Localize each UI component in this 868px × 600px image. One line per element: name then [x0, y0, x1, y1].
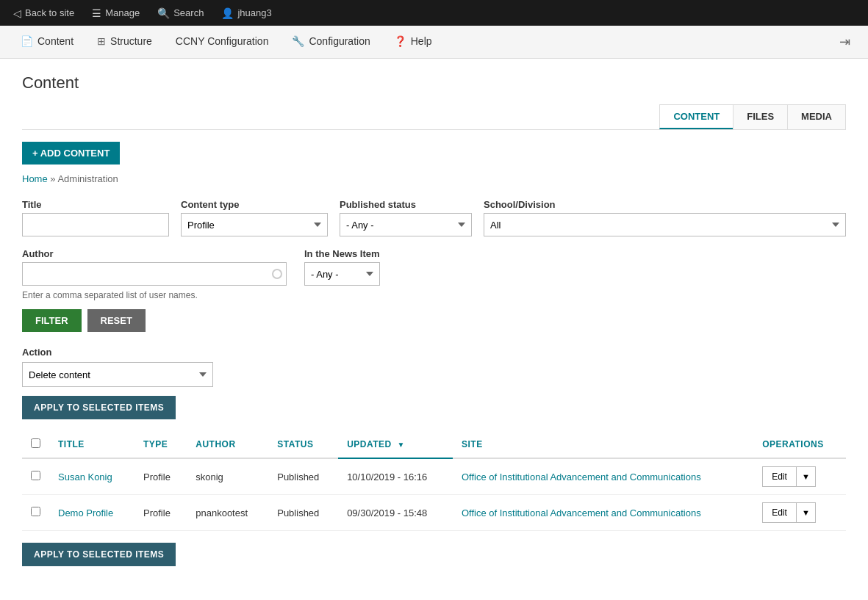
content-table: TITLE TYPE AUTHOR STATUS UPDATED ▼ SITE … — [22, 431, 846, 531]
content-type-select[interactable]: Profile - Any - Article Page — [181, 213, 328, 236]
action-section: Action Delete content Publish content Un… — [22, 347, 846, 387]
reset-button[interactable]: RESET — [87, 309, 146, 332]
row-checkbox[interactable] — [31, 471, 40, 480]
apply-top-button[interactable]: APPLY TO SELECTED ITEMS — [22, 396, 176, 419]
th-checkbox — [22, 431, 49, 458]
title-label: Title — [22, 199, 169, 210]
content-type-label: Content type — [181, 199, 328, 210]
breadcrumb-admin: Administration — [57, 173, 118, 184]
title-filter-group: Title — [22, 199, 169, 236]
add-content-button[interactable]: + ADD CONTENT — [22, 142, 120, 165]
th-status[interactable]: STATUS — [268, 431, 338, 458]
nav-ccny-config[interactable]: CCNY Configuration — [164, 26, 281, 58]
page-title: Content — [22, 73, 846, 93]
in-news-filter-group: In the News Item - Any - Yes No — [304, 248, 380, 286]
search-icon: 🔍 — [157, 7, 170, 19]
action-select-wrap: Delete content Publish content Unpublish… — [22, 362, 213, 387]
author-input-wrap — [22, 262, 287, 286]
navigation-bar: 📄 Content ⊞ Structure CCNY Configuration… — [0, 26, 868, 59]
row-status: Published — [277, 507, 319, 518]
edit-btn-wrap: Edit ▼ — [762, 502, 837, 523]
author-input[interactable] — [22, 262, 287, 286]
row-site-link[interactable]: Office of Institutional Advancement and … — [462, 507, 701, 518]
select-all-checkbox[interactable] — [31, 438, 40, 448]
row-checkbox[interactable] — [31, 507, 40, 516]
row-type: Profile — [143, 471, 171, 482]
user-link[interactable]: 👤 jhuang3 — [214, 0, 279, 26]
th-author[interactable]: AUTHOR — [187, 431, 268, 458]
tab-content[interactable]: CONTENT — [659, 104, 734, 129]
filter-actions: FILTER RESET — [22, 309, 846, 332]
school-division-label: School/Division — [484, 199, 846, 210]
nav-configuration[interactable]: 🔧 Configuration — [280, 26, 381, 58]
th-operations: OPERATIONS — [753, 431, 846, 458]
published-status-filter-group: Published status - Any - Published Unpub… — [340, 199, 472, 236]
author-filter-group: Author Enter a comma separated list of u… — [22, 248, 287, 300]
arrow-left-icon: ◁ — [13, 7, 21, 19]
row-site-link[interactable]: Office of Institutional Advancement and … — [462, 471, 701, 482]
sort-icon: ▼ — [398, 441, 405, 449]
edit-btn-wrap: Edit ▼ — [762, 466, 837, 487]
menu-icon: ☰ — [92, 7, 101, 19]
in-news-label: In the News Item — [304, 248, 380, 259]
th-site[interactable]: SITE — [453, 431, 753, 458]
th-updated[interactable]: UPDATED ▼ — [338, 431, 453, 458]
tab-files[interactable]: FILES — [733, 104, 788, 129]
row-title-link[interactable]: Susan Konig — [58, 471, 112, 482]
nav-structure[interactable]: ⊞ Structure — [85, 26, 164, 58]
row-status-cell: Published — [268, 495, 338, 531]
published-status-label: Published status — [340, 199, 472, 210]
row-title-cell: Susan Konig — [49, 458, 134, 495]
edit-dropdown-button[interactable]: ▼ — [797, 502, 816, 523]
user-icon: 👤 — [221, 7, 234, 19]
breadcrumb-home[interactable]: Home — [22, 173, 48, 184]
row-checkbox-cell — [22, 495, 49, 531]
nav-content[interactable]: 📄 Content — [9, 26, 85, 58]
filter-row-2: Author Enter a comma separated list of u… — [22, 248, 846, 300]
row-updated: 09/30/2019 - 15:48 — [347, 507, 427, 518]
filter-row-1: Title Content type Profile - Any - Artic… — [22, 199, 846, 236]
wrench-icon: 🔧 — [292, 35, 304, 47]
title-input[interactable] — [22, 213, 169, 236]
row-type-cell: Profile — [134, 495, 187, 531]
tab-media[interactable]: MEDIA — [787, 104, 846, 129]
th-type[interactable]: TYPE — [134, 431, 187, 458]
row-operations-cell: Edit ▼ — [753, 495, 846, 531]
th-title[interactable]: TITLE — [49, 431, 134, 458]
row-updated-cell: 10/10/2019 - 16:16 — [338, 458, 453, 495]
search-link[interactable]: 🔍 Search — [150, 0, 211, 26]
in-news-select[interactable]: - Any - Yes No — [304, 262, 380, 286]
published-status-select[interactable]: - Any - Published Unpublished — [340, 213, 472, 236]
row-operations-cell: Edit ▼ — [753, 458, 846, 495]
row-title-link[interactable]: Demo Profile — [58, 507, 113, 518]
author-spinner-icon — [272, 269, 282, 279]
row-status-cell: Published — [268, 458, 338, 495]
row-site-cell: Office of Institutional Advancement and … — [453, 458, 753, 495]
row-status: Published — [277, 471, 319, 482]
row-site-cell: Office of Institutional Advancement and … — [453, 495, 753, 531]
nav-collapse-button[interactable]: ⇥ — [831, 34, 859, 50]
structure-icon: ⊞ — [97, 35, 106, 47]
author-label: Author — [22, 248, 287, 259]
row-author-cell: pnankootest — [187, 495, 268, 531]
row-author-cell: skonig — [187, 458, 268, 495]
manage-link[interactable]: ☰ Manage — [85, 0, 147, 26]
content-type-filter-group: Content type Profile - Any - Article Pag… — [181, 199, 328, 236]
edit-dropdown-button[interactable]: ▼ — [797, 466, 816, 487]
school-division-filter-group: School/Division All — [484, 199, 846, 236]
back-to-site-link[interactable]: ◁ Back to site — [6, 0, 82, 26]
table-row: Demo Profile Profile pnankootest Publish… — [22, 495, 846, 531]
action-select[interactable]: Delete content Publish content Unpublish… — [22, 362, 213, 387]
admin-bar: ◁ Back to site ☰ Manage 🔍 Search 👤 jhuan… — [0, 0, 868, 26]
edit-button[interactable]: Edit — [762, 502, 797, 523]
filter-button[interactable]: FILTER — [22, 309, 82, 332]
school-division-select[interactable]: All — [484, 213, 846, 236]
help-icon: ❓ — [394, 35, 406, 47]
main-content: Content CONTENT FILES MEDIA + ADD CONTEN… — [0, 59, 868, 600]
apply-bottom-button[interactable]: APPLY TO SELECTED ITEMS — [22, 543, 176, 566]
row-author: pnankootest — [196, 507, 248, 518]
breadcrumb: Home » Administration — [22, 173, 846, 184]
nav-help[interactable]: ❓ Help — [382, 26, 444, 58]
row-type-cell: Profile — [134, 458, 187, 495]
edit-button[interactable]: Edit — [762, 466, 797, 487]
